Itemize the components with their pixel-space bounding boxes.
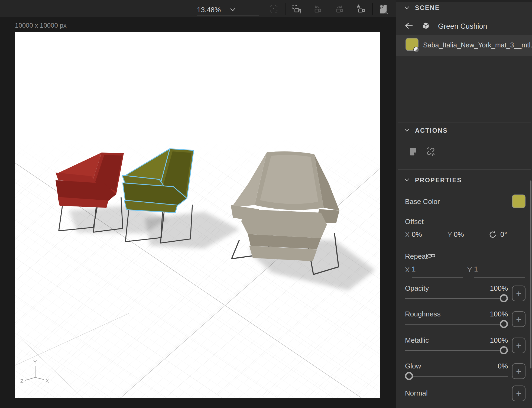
- offset-label: Offset: [405, 218, 424, 226]
- properties-collapse-chevron[interactable]: [404, 178, 409, 183]
- camera-frame-icon[interactable]: [291, 3, 302, 14]
- camera-undo-icon[interactable]: [312, 3, 323, 14]
- add-roughness-map-button[interactable]: +: [512, 311, 525, 327]
- material-list-item-selected[interactable]: Saba_Italia_New_York_mat_3__mtl..: [396, 35, 532, 56]
- zoom-level-dropdown[interactable]: 13.48%: [197, 4, 259, 15]
- add-normal-map-button[interactable]: +: [512, 386, 525, 401]
- offset-x-input[interactable]: 0%: [412, 230, 442, 243]
- section-divider: [398, 169, 531, 170]
- add-opacity-map-button[interactable]: +: [512, 286, 525, 301]
- application-window: 13.48%: [0, 0, 532, 408]
- scene-render: Y Z X: [15, 32, 380, 398]
- unlink-material-icon[interactable]: [426, 146, 436, 158]
- metallic-slider[interactable]: [405, 350, 508, 351]
- offset-y-label: Y: [447, 231, 452, 239]
- roughness-value: 100%: [490, 310, 508, 318]
- glow-row: Glow 0% +: [405, 362, 525, 384]
- opacity-label: Opacity: [405, 284, 429, 293]
- normal-label: Normal: [405, 389, 428, 397]
- rotation-input[interactable]: 0°: [500, 230, 525, 243]
- canvas-size-label: 10000 x 10000 px: [15, 22, 67, 29]
- metallic-label: Metallic: [405, 336, 429, 345]
- camera-bookmark-icon[interactable]: [355, 3, 366, 14]
- roughness-slider[interactable]: [405, 324, 508, 325]
- artboard[interactable]: Y Z X: [15, 32, 380, 398]
- glow-slider[interactable]: [405, 376, 508, 377]
- toolbar-separator: [372, 3, 373, 15]
- offset-y-input[interactable]: 0%: [454, 230, 484, 243]
- repeat-x-label: X: [405, 266, 410, 274]
- opacity-slider-knob[interactable]: [500, 294, 508, 302]
- right-panel: SCENE Green Cushion Saba_Italia_New_York…: [396, 0, 532, 408]
- viewport-3d[interactable]: 13.48%: [0, 0, 396, 408]
- base-color-label: Base Color: [405, 197, 440, 206]
- repeat-y-input[interactable]: 1: [474, 265, 525, 278]
- metallic-row: Metallic 100% +: [405, 336, 525, 358]
- panel-scrollbar[interactable]: [530, 180, 531, 368]
- opacity-slider[interactable]: [405, 298, 508, 299]
- new-material-icon[interactable]: [408, 147, 418, 158]
- scene-collapse-chevron[interactable]: [404, 6, 409, 11]
- material-badge-icon: [413, 47, 419, 53]
- repeat-label: Repeat: [405, 252, 428, 261]
- material-breadcrumb-row: Green Cushion: [404, 22, 487, 31]
- glow-value: 0%: [498, 362, 508, 370]
- add-glow-map-button[interactable]: +: [512, 363, 525, 379]
- base-color-swatch[interactable]: [512, 195, 525, 208]
- rotate-icon[interactable]: [488, 230, 497, 240]
- link-icon[interactable]: [427, 252, 436, 260]
- offset-x-label: X: [405, 231, 410, 239]
- metallic-slider-knob[interactable]: [500, 346, 508, 354]
- axis-y-label: Y: [33, 359, 37, 365]
- roughness-row: Roughness 100% +: [405, 310, 525, 332]
- section-divider: [398, 122, 531, 122]
- roughness-label: Roughness: [405, 310, 441, 318]
- axis-z-label: Z: [20, 378, 24, 384]
- actions-section-header: ACTIONS: [415, 127, 448, 134]
- repeat-x-input[interactable]: 1: [412, 265, 463, 278]
- top-toolbar: 13.48%: [0, 0, 396, 17]
- fit-to-view-icon[interactable]: [268, 3, 279, 14]
- normal-row: Normal +: [405, 386, 525, 402]
- camera-redo-icon[interactable]: [334, 3, 345, 14]
- render-preview-icon[interactable]: [378, 3, 388, 14]
- actions-collapse-chevron[interactable]: [404, 128, 409, 133]
- metallic-value: 100%: [490, 336, 508, 345]
- roughness-slider-knob[interactable]: [500, 320, 508, 328]
- material-name: Saba_Italia_New_York_mat_3__mtl..: [423, 41, 532, 49]
- axis-x-label: X: [46, 378, 49, 384]
- scene-section-header: SCENE: [415, 4, 440, 12]
- properties-section-header: PROPERTIES: [415, 177, 462, 184]
- glow-label: Glow: [405, 362, 421, 370]
- opacity-value: 100%: [490, 284, 508, 293]
- chevron-down-icon: [230, 8, 235, 12]
- cube-icon: [422, 22, 430, 31]
- selected-object-name: Green Cushion: [438, 22, 487, 31]
- zoom-level-value: 13.48%: [197, 6, 221, 14]
- add-metallic-map-button[interactable]: +: [512, 338, 525, 353]
- toolbar-separator: [285, 3, 286, 15]
- back-arrow-icon[interactable]: [404, 22, 413, 30]
- opacity-row: Opacity 100% +: [405, 284, 525, 306]
- repeat-y-label: Y: [467, 266, 472, 274]
- glow-slider-knob[interactable]: [405, 372, 413, 380]
